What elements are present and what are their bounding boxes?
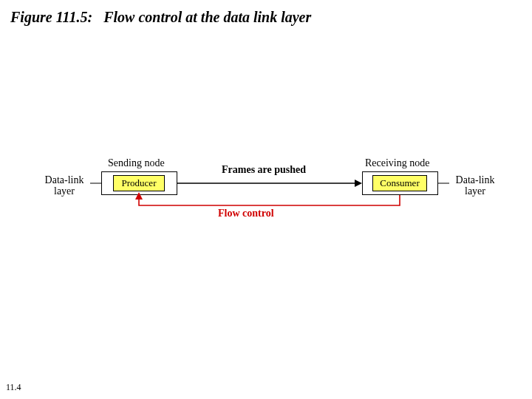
svg-marker-3 (355, 180, 362, 187)
svg-marker-4 (135, 192, 143, 200)
slide-number: 11.4 (6, 382, 21, 393)
flow-control-diagram: Data-link layer Data-link layer Sending … (0, 0, 532, 399)
diagram-svg (0, 0, 532, 399)
